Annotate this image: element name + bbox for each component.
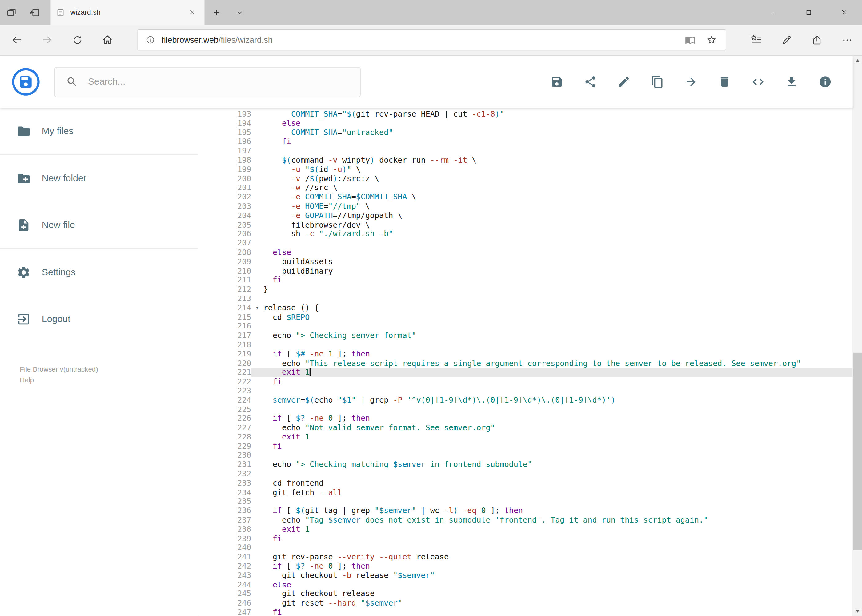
move-button[interactable] bbox=[679, 70, 703, 94]
info-button[interactable] bbox=[813, 70, 837, 94]
code-line-234[interactable]: 234 git fetch --all bbox=[219, 488, 853, 497]
code-line-245[interactable]: 245 git checkout release bbox=[219, 589, 853, 599]
code-line-218[interactable]: 218 bbox=[219, 340, 853, 349]
code-text[interactable] bbox=[263, 239, 853, 248]
code-line-204[interactable]: 204 -e GOPATH=//tmp/gopath \ bbox=[219, 211, 853, 220]
code-line-232[interactable]: 232 bbox=[219, 469, 853, 479]
code-line-231[interactable]: 231 echo "> Checking matching $semver in… bbox=[219, 460, 853, 469]
forward-button[interactable] bbox=[32, 25, 62, 55]
code-text[interactable]: else bbox=[263, 118, 853, 127]
code-text[interactable]: echo "Tag $semver does not exist in subm… bbox=[263, 515, 853, 525]
code-line-212[interactable]: 212} bbox=[219, 285, 853, 294]
more-button[interactable] bbox=[832, 25, 862, 55]
code-text[interactable]: } bbox=[263, 285, 853, 294]
code-line-209[interactable]: 209 buildAssets bbox=[219, 257, 853, 266]
code-text[interactable] bbox=[263, 451, 853, 460]
rename-button[interactable] bbox=[612, 70, 636, 94]
code-text[interactable]: buildAssets bbox=[263, 257, 853, 266]
code-text[interactable]: if [ $(git tag | grep "$semver" | wc -l)… bbox=[263, 506, 853, 515]
code-text[interactable]: echo "This release script requires a sin… bbox=[263, 358, 853, 368]
code-text[interactable]: echo "Not valid semver format. See semve… bbox=[263, 423, 853, 432]
code-line-246[interactable]: 246 git reset --hard "$semver" bbox=[219, 599, 853, 608]
code-line-208[interactable]: 208 else bbox=[219, 248, 853, 257]
code-text[interactable]: fi bbox=[263, 377, 853, 386]
code-line-193[interactable]: 193 COMMIT_SHA="$(git rev-parse HEAD | c… bbox=[219, 109, 853, 118]
code-line-233[interactable]: 233 cd frontend bbox=[219, 479, 853, 488]
code-text[interactable]: -e HOME="//tmp" \ bbox=[263, 202, 853, 211]
code-line-207[interactable]: 207 bbox=[219, 239, 853, 248]
code-line-195[interactable]: 195 COMMIT_SHA="untracked" bbox=[219, 127, 853, 137]
code-text[interactable]: -v /$(pwd):/src:z \ bbox=[263, 174, 853, 183]
code-line-213[interactable]: 213 bbox=[219, 294, 853, 303]
code-text[interactable] bbox=[263, 497, 853, 506]
code-text[interactable]: git reset --hard "$semver" bbox=[263, 599, 853, 608]
code-line-237[interactable]: 237 echo "Tag $semver does not exist in … bbox=[219, 515, 853, 525]
code-line-203[interactable]: 203 -e HOME="//tmp" \ bbox=[219, 202, 853, 211]
code-line-238[interactable]: 238 exit 1 bbox=[219, 525, 853, 534]
code-line-223[interactable]: 223 bbox=[219, 386, 853, 396]
code-text[interactable]: git fetch --all bbox=[263, 488, 853, 497]
code-line-230[interactable]: 230 bbox=[219, 451, 853, 460]
tab-list-button[interactable] bbox=[229, 0, 251, 25]
code-line-247[interactable]: 247 fi bbox=[219, 608, 853, 616]
code-line-226[interactable]: 226 if [ $? -ne 0 ]; then bbox=[219, 414, 853, 423]
sidebar-item-new-folder[interactable]: New folder bbox=[0, 155, 198, 202]
code-text[interactable]: else bbox=[263, 580, 853, 589]
code-area[interactable]: 193 COMMIT_SHA="$(git rev-parse HEAD | c… bbox=[219, 109, 853, 616]
refresh-button[interactable] bbox=[62, 25, 92, 55]
code-text[interactable]: fi bbox=[263, 534, 853, 543]
code-editor[interactable]: 193 COMMIT_SHA="$(git rev-parse HEAD | c… bbox=[219, 109, 853, 616]
sidebar-item-logout[interactable]: Logout bbox=[0, 295, 198, 342]
share-button[interactable] bbox=[801, 25, 832, 55]
code-text[interactable]: $(command -v winpty) docker run --rm -it… bbox=[263, 156, 853, 165]
code-line-241[interactable]: 241 git rev-parse --verify --quiet relea… bbox=[219, 552, 853, 561]
code-line-205[interactable]: 205 filebrowser/dev \ bbox=[219, 220, 853, 229]
code-text[interactable]: release () { bbox=[263, 303, 853, 313]
code-text[interactable]: exit 1 bbox=[263, 368, 853, 377]
back-button[interactable] bbox=[2, 25, 32, 55]
code-text[interactable]: -w //src \ bbox=[263, 183, 853, 193]
code-text[interactable]: exit 1 bbox=[263, 432, 853, 442]
code-line-196[interactable]: 196 fi bbox=[219, 137, 853, 146]
code-text[interactable] bbox=[263, 294, 853, 303]
code-line-228[interactable]: 228 exit 1 bbox=[219, 432, 853, 442]
code-line-197[interactable]: 197 bbox=[219, 146, 853, 156]
code-text[interactable] bbox=[263, 322, 853, 331]
code-text[interactable]: semver=$(echo "$1" | grep -P '^v(0|[1-9]… bbox=[263, 396, 853, 405]
code-line-202[interactable]: 202 -e COMMIT_SHA=$COMMIT_SHA \ bbox=[219, 193, 853, 202]
help-link[interactable]: Help bbox=[20, 375, 98, 386]
scroll-down-button[interactable] bbox=[853, 607, 862, 616]
code-text[interactable]: COMMIT_SHA="$(git rev-parse HEAD | cut -… bbox=[263, 109, 853, 118]
code-text[interactable]: if [ $? -ne 0 ]; then bbox=[263, 414, 853, 423]
code-text[interactable]: git checkout release bbox=[263, 589, 853, 599]
code-text[interactable]: exit 1 bbox=[263, 525, 853, 534]
save-button[interactable] bbox=[545, 70, 569, 94]
code-text[interactable] bbox=[263, 340, 853, 349]
code-text[interactable] bbox=[263, 386, 853, 396]
download-button[interactable] bbox=[780, 70, 804, 94]
code-line-221[interactable]: 221 exit 1 bbox=[219, 368, 853, 377]
code-text[interactable]: -e GOPATH=//tmp/gopath \ bbox=[263, 211, 853, 220]
search-input[interactable] bbox=[87, 76, 360, 88]
vertical-scrollbar[interactable] bbox=[853, 56, 862, 616]
code-text[interactable]: -e COMMIT_SHA=$COMMIT_SHA \ bbox=[263, 193, 853, 202]
code-line-220[interactable]: 220 echo "This release script requires a… bbox=[219, 358, 853, 368]
code-text[interactable] bbox=[263, 146, 853, 156]
tab-preview-button[interactable] bbox=[0, 0, 23, 25]
hub-button[interactable] bbox=[741, 25, 771, 55]
scrollbar-thumb[interactable] bbox=[853, 353, 862, 550]
code-text[interactable]: fi bbox=[263, 137, 853, 146]
code-line-243[interactable]: 243 git checkout -b release "$semver" bbox=[219, 571, 853, 580]
code-line-194[interactable]: 194 else bbox=[219, 118, 853, 127]
code-line-206[interactable]: 206 sh -c "./wizard.sh -b" bbox=[219, 229, 853, 239]
reading-view-icon[interactable] bbox=[685, 35, 695, 45]
new-tab-button[interactable] bbox=[205, 0, 229, 25]
code-line-222[interactable]: 222 fi bbox=[219, 377, 853, 386]
tab-wizard-sh[interactable]: wizard.sh bbox=[50, 0, 204, 25]
code-text[interactable]: if [ $? -ne 0 ]; then bbox=[263, 561, 853, 571]
code-text[interactable]: echo "> Checking semver format" bbox=[263, 331, 853, 340]
code-line-201[interactable]: 201 -w //src \ bbox=[219, 183, 853, 193]
address-bar[interactable]: filebrowser.web/files/wizard.sh bbox=[137, 29, 726, 51]
code-text[interactable] bbox=[263, 405, 853, 414]
code-line-236[interactable]: 236 if [ $(git tag | grep "$semver" | wc… bbox=[219, 506, 853, 515]
